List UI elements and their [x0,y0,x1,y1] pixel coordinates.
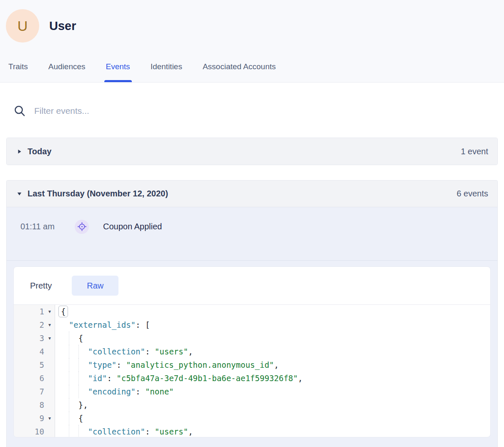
token-plain: : [116,360,126,369]
token-plain [59,427,88,436]
code-panel: Pretty Raw 1▾{2▾ "external_ids": [3▾ {4 … [13,266,491,437]
token-plain [59,320,69,329]
event-icon-badge [75,220,89,234]
line-number: 6 [40,372,44,385]
token-key: "id" [88,374,107,383]
fold-arrow-icon[interactable]: ▾ [44,331,55,345]
page-title: User [49,19,76,33]
fold-arrow-icon[interactable]: ▾ [44,412,55,425]
token-plain: : [145,347,155,356]
indent-guide [78,425,79,437]
gutter-cell: 8 [14,398,55,412]
token-key: "type" [88,360,117,369]
code-text: { [55,412,490,425]
section-title: Today [28,147,51,156]
indent-guide [69,331,69,345]
code-text: { [55,305,490,318]
code-line: 3▾ { [14,331,490,345]
token-key: "collection" [88,427,145,436]
event-name: Coupon Applied [103,222,162,231]
gutter-cell: 6 [14,372,55,385]
gutter-cell: 7 [14,385,55,398]
line-number: 8 [40,398,44,412]
code-line: 7 "encoding": "none" [14,385,490,398]
token-plain: : [145,427,155,436]
code-text: "collection": "users", [55,345,490,358]
token-plain [59,374,88,383]
token-plain: }, [59,400,88,409]
tab-traits[interactable]: Traits [8,62,28,82]
indent-guide [78,372,79,385]
token-str: "users" [155,347,188,356]
matched-brace: { [58,306,68,317]
token-plain: : [107,374,116,383]
token-str: "users" [155,427,188,436]
avatar: U [6,9,39,43]
main-content: Today 1 event Last Thursday (November 12… [0,104,504,447]
fold-arrow-icon[interactable]: ▾ [44,305,55,318]
json-code-editor[interactable]: 1▾{2▾ "external_ids": [3▾ {4 "collection… [14,305,490,437]
event-list: 01:11 am Coupon Applied Pre [7,207,497,447]
event-row-coupon-applied[interactable]: 01:11 am Coupon Applied [7,207,497,261]
chevron-right-icon [17,149,22,154]
tab-identities[interactable]: Identities [151,62,182,82]
token-plain: : [ [136,320,150,329]
line-number: 10 [35,425,44,437]
event-time: 01:11 am [20,222,75,231]
line-number: 4 [40,345,44,358]
token-plain: { [59,414,83,423]
line-number: 3 [40,331,44,345]
crosshair-target-icon [78,222,86,231]
token-plain: { [59,334,83,343]
fold-arrow-icon[interactable]: ▾ [44,318,55,331]
line-number: 7 [40,385,44,398]
token-key: "collection" [88,347,145,356]
section-today: Today 1 event [6,138,498,165]
avatar-initial: U [18,18,28,34]
gutter-cell: 5 [14,358,55,372]
raw-view-button[interactable]: Raw [72,276,118,296]
section-last-thursday-header[interactable]: Last Thursday (November 12, 2020) 6 even… [7,181,497,207]
indent-guide [69,385,69,398]
token-plain: , [188,427,193,436]
code-text: }, [55,398,490,412]
line-number: 1 [40,305,44,318]
token-key: "encoding" [88,387,136,396]
code-line: 9▾ { [14,412,490,425]
indent-guide [69,372,69,385]
pretty-view-button[interactable]: Pretty [30,281,52,291]
indent-guide [78,385,79,398]
token-str: "c5bfa47a-3e7d-49b1-ba6e-ae1f599326f8" [116,374,298,383]
code-text: "id": "c5bfa47a-3e7d-49b1-ba6e-ae1f59932… [55,372,490,385]
tab-associated-accounts[interactable]: Associated Accounts [203,62,276,82]
indent-guide [69,398,69,412]
tab-events[interactable]: Events [106,62,130,82]
gutter-cell: 2▾ [14,318,55,331]
indent-guide [78,358,79,372]
line-number: 2 [40,318,44,331]
code-line: 8 }, [14,398,490,412]
code-text: "type": "analytics_python.anonymous_id", [55,358,490,372]
section-today-header[interactable]: Today 1 event [7,138,497,165]
code-text: { [55,331,490,345]
search-icon [13,105,26,117]
token-plain [59,387,88,396]
code-line: 1▾{ [14,305,490,318]
code-line: 4 "collection": "users", [14,345,490,358]
indent-guide [69,425,69,437]
code-line: 2▾ "external_ids": [ [14,318,490,331]
token-plain: : [136,387,145,396]
tab-audiences[interactable]: Audiences [48,62,86,82]
token-plain: , [274,360,279,369]
profile-header: U User TraitsAudiencesEventsIdentitiesAs… [0,0,504,83]
code-line: 6 "id": "c5bfa47a-3e7d-49b1-ba6e-ae1f599… [14,372,490,385]
code-line: 5 "type": "analytics_python.anonymous_id… [14,358,490,372]
line-number: 5 [40,358,44,372]
code-line: 10 "collection": "users", [14,425,490,437]
token-plain [59,347,88,356]
event-payload-container: Pretty Raw 1▾{2▾ "external_ids": [3▾ {4 … [7,261,497,447]
token-plain: , [188,347,193,356]
event-count-badge: 6 events [456,189,488,198]
filter-events-input[interactable] [34,106,326,116]
indent-guide [69,358,69,372]
